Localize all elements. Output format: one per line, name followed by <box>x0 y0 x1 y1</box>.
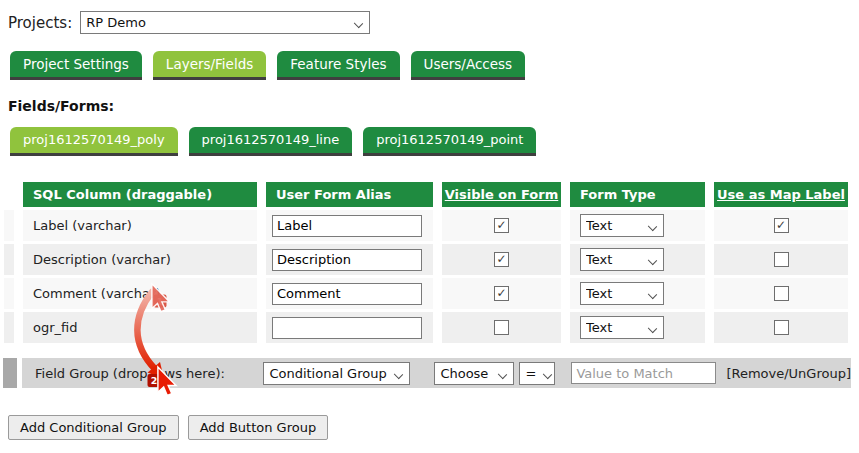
choose-field-select-wrap: Choose Field <box>410 362 514 385</box>
map-label-checkbox[interactable] <box>774 218 789 233</box>
form-type-cell: Text <box>570 278 705 309</box>
fields-table: SQL Column (draggable) User Form Alias V… <box>4 182 848 343</box>
projects-row: Projects: RP Demo <box>0 0 859 34</box>
form-type-select-wrap: Text <box>570 282 664 305</box>
form-type-cell: Text <box>570 312 705 343</box>
projects-label: Projects: <box>8 14 72 32</box>
row-drag-handle[interactable] <box>4 210 14 241</box>
map-label-cell <box>714 312 848 343</box>
tab-project-settings[interactable]: Project Settings <box>10 51 142 80</box>
alias-cell <box>266 278 433 309</box>
bottom-button-row: Add Conditional Group Add Button Group <box>8 415 859 440</box>
layer-tab-line[interactable]: proj1612570149_line <box>189 127 353 156</box>
alias-input[interactable] <box>272 215 422 237</box>
group-type-select[interactable]: Conditional Group <box>263 362 410 385</box>
form-type-select[interactable]: Text <box>580 316 664 339</box>
value-to-match-input[interactable] <box>571 362 716 384</box>
visible-cell <box>442 312 561 343</box>
projects-select-wrap: RP Demo <box>80 11 370 34</box>
tab-users-access[interactable]: Users/Access <box>411 51 526 80</box>
visible-cell <box>442 210 561 241</box>
visible-cell <box>442 278 561 309</box>
field-group-content: Field Group (drop rows here): Conditiona… <box>22 358 851 388</box>
header-visible-on-form: Visible on Form <box>442 182 561 207</box>
alias-input[interactable] <box>272 317 422 339</box>
visible-checkbox[interactable] <box>494 218 509 233</box>
projects-select[interactable]: RP Demo <box>80 11 370 34</box>
alias-cell <box>266 312 433 343</box>
form-type-select[interactable]: Text <box>580 214 664 237</box>
tab-layers-fields[interactable]: Layers/Fields <box>153 51 266 80</box>
main-tabstrip: Project Settings Layers/Fields Feature S… <box>10 51 859 80</box>
use-as-map-label-link[interactable]: Use as Map Label <box>717 187 845 202</box>
map-label-checkbox[interactable] <box>774 286 789 301</box>
layer-tab-point[interactable]: proj1612570149_point <box>363 127 536 156</box>
field-group-label: Field Group (drop rows here): <box>35 366 263 381</box>
form-type-select-wrap: Text <box>570 214 664 237</box>
sql-column-name[interactable]: Description (varchar) <box>23 244 257 275</box>
visible-checkbox[interactable] <box>494 320 509 335</box>
sql-column-name[interactable]: Comment (varchar) <box>23 278 257 309</box>
field-group-drag-handle[interactable] <box>3 358 17 388</box>
header-handle-spacer <box>4 182 14 207</box>
form-type-cell: Text <box>570 210 705 241</box>
alias-cell <box>266 244 433 275</box>
form-type-select-wrap: Text <box>570 248 664 271</box>
form-type-select-wrap: Text <box>570 316 664 339</box>
alias-input[interactable] <box>272 283 422 305</box>
layer-tabstrip: proj1612570149_poly proj1612570149_line … <box>10 127 859 156</box>
map-label-cell <box>714 244 848 275</box>
visible-checkbox[interactable] <box>494 286 509 301</box>
field-group-row: Field Group (drop rows here): Conditiona… <box>3 358 859 388</box>
group-type-select-wrap: Conditional Group <box>263 362 410 385</box>
row-drag-handle[interactable] <box>4 312 14 343</box>
layer-tab-poly[interactable]: proj1612570149_poly <box>10 127 178 156</box>
row-drag-handle[interactable] <box>4 278 14 309</box>
tab-feature-styles[interactable]: Feature Styles <box>277 51 399 80</box>
header-use-as-map-label: Use as Map Label <box>714 182 848 207</box>
sql-column-name[interactable]: ogr_fid <box>23 312 257 343</box>
form-type-select[interactable]: Text <box>580 248 664 271</box>
visible-checkbox[interactable] <box>494 252 509 267</box>
header-form-type: Form Type <box>570 182 705 207</box>
choose-field-select[interactable]: Choose Field <box>434 362 514 385</box>
map-label-checkbox[interactable] <box>774 320 789 335</box>
add-conditional-group-button[interactable]: Add Conditional Group <box>8 415 179 440</box>
operator-select-wrap: = <box>514 362 555 385</box>
visible-on-form-link[interactable]: Visible on Form <box>445 187 559 202</box>
map-label-cell <box>714 278 848 309</box>
add-button-group-button[interactable]: Add Button Group <box>188 415 329 440</box>
fields-forms-heading: Fields/Forms: <box>8 98 859 114</box>
alias-input[interactable] <box>272 249 422 271</box>
alias-cell <box>266 210 433 241</box>
visible-cell <box>442 244 561 275</box>
sql-column-name[interactable]: Label (varchar) <box>23 210 257 241</box>
remove-ungroup-link[interactable]: [Remove/UnGroup] <box>726 366 851 381</box>
page: Projects: RP Demo Project Settings Layer… <box>0 0 859 453</box>
row-drag-handle[interactable] <box>4 244 14 275</box>
map-label-checkbox[interactable] <box>774 252 789 267</box>
header-user-form-alias: User Form Alias <box>266 182 433 207</box>
header-sql-column: SQL Column (draggable) <box>23 182 257 207</box>
map-label-cell <box>714 210 848 241</box>
form-type-select[interactable]: Text <box>580 282 664 305</box>
operator-select[interactable]: = <box>519 362 555 385</box>
form-type-cell: Text <box>570 244 705 275</box>
